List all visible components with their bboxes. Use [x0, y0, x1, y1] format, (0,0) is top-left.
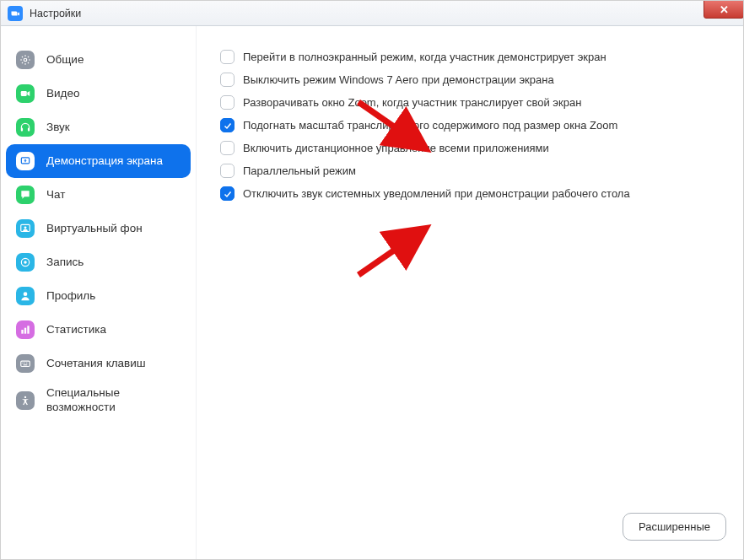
- window-title: Настройки: [30, 8, 81, 19]
- option-checkbox[interactable]: [220, 164, 235, 178]
- profile-icon: [16, 287, 35, 305]
- svg-rect-3: [21, 128, 23, 132]
- advanced-button[interactable]: Расширенные: [623, 513, 726, 541]
- svg-rect-11: [21, 330, 23, 334]
- option-checkbox[interactable]: [220, 95, 235, 110]
- option-checkbox[interactable]: [220, 73, 235, 87]
- sidebar: ОбщиеВидеоЗвукДемонстрация экранаЧатВирт…: [1, 26, 197, 559]
- option-row: Выключить режим Windows 7 Aero при демон…: [220, 73, 723, 87]
- svg-line-23: [359, 231, 422, 275]
- svg-marker-2: [27, 91, 30, 96]
- accessibility-icon: [16, 391, 35, 410]
- sidebar-item-record[interactable]: Запись: [1, 245, 196, 279]
- sidebar-item-virtualbg[interactable]: Виртуальный фон: [1, 212, 196, 245]
- close-icon: ✕: [720, 4, 729, 15]
- sidebar-item-share[interactable]: Демонстрация экрана: [6, 144, 191, 178]
- titlebar: Настройки ✕: [1, 1, 743, 26]
- sidebar-item-keyboard[interactable]: Сочетания клавиш: [1, 347, 196, 380]
- sidebar-item-label: Специальные возможности: [46, 386, 181, 415]
- sidebar-item-label: Демонстрация экрана: [46, 154, 163, 169]
- option-row: Разворачивать окно Zoom, когда участник …: [220, 95, 723, 110]
- sidebar-item-label: Общие: [46, 53, 84, 67]
- sidebar-item-chat[interactable]: Чат: [1, 178, 196, 212]
- option-row: Подогнать масштаб транслируемого содержи…: [220, 118, 723, 132]
- svg-point-19: [24, 396, 26, 398]
- option-label: Параллельный режим: [243, 164, 356, 177]
- option-label: Разворачивать окно Zoom, когда участник …: [243, 96, 581, 109]
- sidebar-item-label: Виртуальный фон: [46, 222, 143, 236]
- option-label: Подогнать масштаб транслируемого содержи…: [243, 119, 617, 132]
- sidebar-item-label: Запись: [46, 256, 84, 270]
- svg-rect-16: [24, 363, 25, 363]
- option-row: Включить дистанционное управление всеми …: [220, 141, 723, 155]
- gear-icon: [16, 51, 35, 69]
- option-row: Параллельный режим: [220, 164, 723, 178]
- headphones-icon: [16, 118, 35, 137]
- sidebar-item-label: Звук: [46, 121, 70, 135]
- svg-rect-15: [23, 363, 24, 363]
- option-row: Перейти в полноэкранный режим, когда уча…: [220, 50, 723, 64]
- close-button[interactable]: ✕: [704, 0, 744, 19]
- svg-rect-13: [27, 326, 29, 333]
- sidebar-item-label: Видео: [46, 87, 79, 101]
- keyboard-icon: [16, 354, 35, 373]
- svg-rect-4: [28, 128, 30, 132]
- sidebar-item-accessibility[interactable]: Специальные возможности: [1, 380, 196, 421]
- option-row: Отключить звук системных уведомлений при…: [220, 186, 723, 201]
- sidebar-item-profile[interactable]: Профиль: [1, 279, 196, 313]
- sidebar-item-video[interactable]: Видео: [1, 77, 196, 110]
- sidebar-item-stats[interactable]: Статистика: [1, 313, 196, 347]
- app-icon: [8, 6, 23, 21]
- sidebar-item-label: Чат: [46, 188, 65, 202]
- option-label: Перейти в полноэкранный режим, когда уча…: [243, 51, 607, 63]
- svg-rect-12: [24, 328, 26, 334]
- svg-point-9: [24, 261, 27, 264]
- option-checkbox[interactable]: [220, 186, 235, 201]
- option-checkbox[interactable]: [220, 118, 235, 132]
- sidebar-item-headphones[interactable]: Звук: [1, 110, 196, 144]
- record-icon: [16, 253, 35, 272]
- sidebar-item-label: Статистика: [46, 323, 106, 337]
- sidebar-item-label: Сочетания клавиш: [46, 357, 146, 371]
- svg-rect-14: [21, 361, 30, 366]
- option-checkbox[interactable]: [220, 50, 235, 64]
- content-area: ОбщиеВидеоЗвукДемонстрация экранаЧатВирт…: [1, 26, 743, 559]
- share-icon: [16, 152, 35, 170]
- option-label: Выключить режим Windows 7 Aero при демон…: [243, 73, 554, 86]
- option-checkbox[interactable]: [220, 141, 235, 155]
- svg-rect-1: [21, 91, 27, 96]
- svg-point-7: [24, 226, 27, 229]
- chat-icon: [16, 186, 35, 204]
- virtualbg-icon: [16, 219, 35, 238]
- annotation-arrow-2: [350, 216, 434, 283]
- svg-rect-17: [26, 363, 27, 363]
- svg-rect-18: [24, 364, 28, 365]
- main-panel: Перейти в полноэкранный режим, когда уча…: [197, 26, 743, 559]
- svg-point-10: [24, 292, 28, 296]
- video-icon: [16, 84, 35, 103]
- sidebar-item-label: Профиль: [46, 289, 95, 304]
- option-label: Включить дистанционное управление всеми …: [243, 142, 549, 154]
- sidebar-item-gear[interactable]: Общие: [1, 43, 196, 77]
- option-label: Отключить звук системных уведомлений при…: [243, 187, 630, 200]
- svg-point-0: [24, 58, 27, 62]
- stats-icon: [16, 320, 35, 339]
